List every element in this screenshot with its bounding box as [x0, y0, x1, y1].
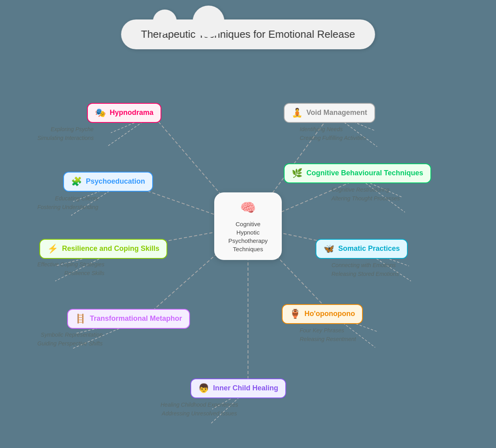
hooponopono-sub-1: Four Key Phrases	[300, 327, 356, 334]
void-icon: 🧘	[292, 108, 302, 118]
node-transformational: 🪜 Transformational Metaphor	[67, 309, 190, 329]
resilience-label: Resilience and Coping Skills	[62, 244, 159, 253]
transformational-icon: 🪜	[75, 314, 86, 324]
hooponopono-subitems: Four Key Phrases Releasing Resentment	[300, 327, 356, 342]
node-psychoeducation: 🧩 Psychoeducation	[63, 172, 153, 192]
node-hypnodrama: 🎭 Hypnodrama	[87, 103, 161, 123]
somatic-subitems: Connecting with Emotions Releasing Store…	[331, 262, 399, 277]
resilience-sub-1: Effective Coping Strategies	[37, 261, 105, 268]
cognitive-label: Cognitive Behavioural Techniques	[306, 169, 423, 177]
innerchild-sub-1: Healing Childhood Experiences	[161, 401, 238, 408]
hypnodrama-icon: 🎭	[95, 108, 106, 118]
node-resilience: ⚡ Resilience and Coping Skills	[39, 239, 167, 259]
center-icon: 🧠	[240, 199, 256, 217]
void-subitems: Identifying Needs Creating Fulfilling Ac…	[300, 126, 366, 141]
void-label: Void Management	[306, 109, 367, 117]
innerchild-icon: 👦	[198, 383, 209, 394]
diagram-container: Therapeutic Techniques for Emotional Rel…	[29, 16, 467, 433]
transformational-subitems: Symbolic Representation Guiding Perspect…	[37, 332, 103, 347]
innerchild-subitems: Healing Childhood Experiences Addressing…	[161, 401, 238, 417]
hooponopono-icon: 🏺	[290, 309, 300, 319]
hooponopono-label: Ho'oponopono	[304, 310, 355, 318]
page-title: Therapeutic Techniques for Emotional Rel…	[121, 19, 375, 49]
transformational-label: Transformational Metaphor	[90, 314, 182, 323]
somatic-label: Somatic Practices	[338, 244, 400, 253]
cognitive-subitems: Cognitive Restructuring Altering Thought…	[331, 186, 400, 202]
hypnodrama-sub-1: Exploring Psyche	[37, 126, 94, 132]
psychoeducation-sub-2: Fostering Understanding	[37, 204, 98, 210]
node-void: 🧘 Void Management	[284, 103, 375, 123]
center-node: 🧠 Cognitive Hypnotic Psychotherapy Techn…	[214, 192, 282, 260]
innerchild-sub-2: Addressing Unresolved Issues	[162, 410, 237, 417]
psychoeducation-label: Psychoeducation	[86, 177, 145, 186]
node-hooponopono: 🏺 Ho'oponopono	[282, 304, 363, 324]
cognitive-sub-2: Altering Thought Processes	[331, 195, 400, 202]
resilience-icon: ⚡	[47, 244, 58, 254]
psychoeducation-sub-1: Educating Clients	[37, 195, 98, 202]
node-somatic: 🦋 Somatic Practices	[316, 239, 408, 259]
cognitive-icon: 🌿	[292, 168, 302, 178]
void-sub-1: Identifying Needs	[300, 126, 366, 132]
void-sub-2: Creating Fulfilling Activities	[300, 135, 366, 141]
center-label: Cognitive Hypnotic Psychotherapy Techniq…	[228, 220, 267, 253]
resilience-subitems: Effective Coping Strategies Resilience S…	[37, 261, 105, 276]
cognitive-sub-1: Cognitive Restructuring	[331, 186, 400, 193]
somatic-sub-1: Connecting with Emotions	[331, 262, 399, 268]
node-innerchild: 👦 Inner Child Healing	[190, 378, 286, 398]
node-cognitive: 🌿 Cognitive Behavioural Techniques	[284, 163, 431, 183]
innerchild-label: Inner Child Healing	[213, 384, 278, 392]
transformational-sub-2: Guiding Perspective Shifts	[37, 340, 103, 347]
transformational-sub-1: Symbolic Representation	[37, 332, 103, 338]
hypnodrama-subitems: Exploring Psyche Simulating Interactions	[37, 126, 94, 141]
psychoeducation-icon: 🧩	[71, 176, 82, 187]
somatic-icon: 🦋	[324, 244, 334, 254]
hypnodrama-label: Hypnodrama	[110, 109, 153, 117]
psychoeducation-subitems: Educating Clients Fostering Understandin…	[37, 195, 98, 210]
hooponopono-sub-2: Releasing Resentment	[300, 336, 356, 342]
hypnodrama-sub-2: Simulating Interactions	[37, 135, 94, 141]
somatic-sub-2: Releasing Stored Emotions	[331, 271, 399, 277]
resilience-sub-2: Resilience Skills	[37, 270, 105, 276]
